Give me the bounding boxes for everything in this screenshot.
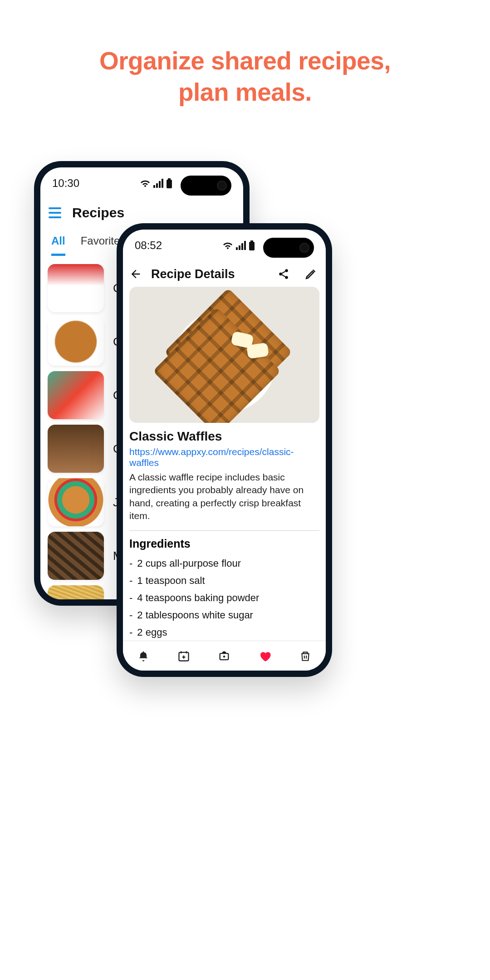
bottom-action-bar [123,641,326,671]
heart-icon [258,649,272,663]
share-icon [278,268,289,280]
trash-icon [299,650,311,662]
svg-point-12 [285,269,288,272]
ingredient-item: 2 cups all-purpose flour [129,555,319,572]
recipe-thumb [48,264,104,312]
svg-rect-6 [236,247,238,250]
status-time: 08:52 [135,239,162,252]
delete-button[interactable] [297,648,314,664]
camera-cutout [263,238,314,258]
add-to-shopping-button[interactable] [216,648,232,664]
page-title: Recipes [72,205,124,220]
phone-frame-recipe-detail: 08:52 Recipe Details [117,223,332,677]
svg-rect-9 [244,241,246,250]
shopping-plus-icon [218,650,230,662]
back-button[interactable] [127,265,145,283]
recipe-detail-body[interactable]: Classic Waffles https://www.appxy.com/re… [123,287,326,671]
recipe-thumb [48,532,104,580]
ingredient-item: 2 tablespoons white sugar [129,607,319,624]
recipe-thumb [48,371,104,419]
share-button[interactable] [276,266,291,282]
favorite-button[interactable] [257,648,273,664]
recipe-thumb [48,425,104,473]
promo-headline: Organize shared recipes,plan meals. [0,0,490,108]
recipe-source-link[interactable]: https://www.appxy.com/recipes/classic-wa… [129,446,319,468]
svg-rect-2 [159,181,161,188]
camera-cutout [181,176,231,196]
divider [129,530,319,531]
reminder-button[interactable] [135,648,152,664]
recipe-thumb [48,585,104,599]
recipe-title: Classic Waffles [129,429,319,444]
svg-rect-7 [239,245,240,250]
status-time: 10:30 [52,177,79,190]
svg-rect-3 [162,179,163,188]
svg-rect-5 [167,180,172,188]
wifi-icon [140,179,151,188]
svg-point-13 [279,273,282,276]
hamburger-menu-icon[interactable] [46,204,64,222]
page-title: Recipe Details [151,267,270,281]
recipe-thumb [48,318,104,366]
recipe-thumb [48,478,104,526]
ingredient-item: 2 eggs [129,624,319,641]
edit-button[interactable] [303,266,318,282]
recipe-hero-image [129,287,319,423]
arrow-left-icon [129,268,142,280]
svg-rect-4 [168,178,171,180]
svg-rect-1 [156,183,158,188]
battery-icon [166,178,172,188]
ingredient-item: 1 teaspoon salt [129,572,319,589]
svg-rect-0 [153,185,155,188]
tab-all[interactable]: All [51,235,65,256]
svg-point-14 [285,276,288,279]
recipe-description: A classic waffle recipe includes basic i… [129,471,319,522]
wifi-icon [222,241,233,250]
signal-icon [153,179,163,188]
edit-icon [305,268,317,280]
add-to-calendar-button[interactable] [176,648,192,664]
signal-icon [236,241,246,250]
svg-rect-11 [249,242,255,250]
battery-icon [249,240,255,250]
svg-rect-10 [250,240,253,242]
svg-rect-8 [241,243,243,250]
bell-icon [137,650,150,662]
ingredients-heading: Ingredients [129,537,319,550]
calendar-plus-icon [177,650,190,662]
ingredient-item: 4 teaspoons baking powder [129,589,319,607]
